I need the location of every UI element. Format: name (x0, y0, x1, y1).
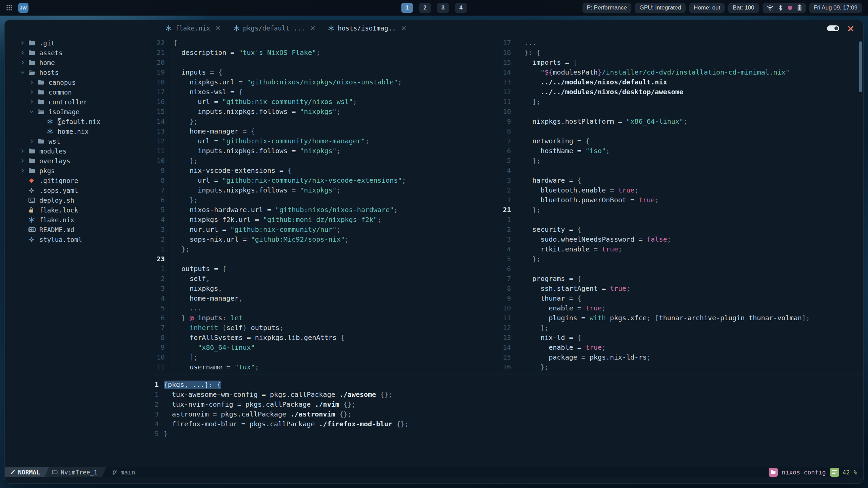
file-tree: .gitassetshomehostscanopuscommoncontroll… (5, 36, 154, 467)
tab-flake-nix[interactable]: flake.nix× (159, 20, 227, 36)
tab-close-icon[interactable]: × (310, 24, 316, 32)
chevron-right-icon[interactable] (29, 100, 38, 104)
code-text: {pkgs, ...}: { (159, 380, 221, 390)
tree-item-label: home.nix (58, 128, 89, 135)
line-number: 12 (503, 87, 511, 97)
lock-icon (28, 207, 37, 213)
line-number: 8 (157, 333, 165, 343)
tree-item-canopus[interactable]: canopus (5, 77, 154, 87)
code-line: 22{ (154, 38, 492, 48)
tab-label: pkgs/default ... (243, 24, 305, 32)
tree-item-label: overlays (39, 157, 71, 165)
tree-item-label: stylua.toml (39, 236, 82, 243)
chevron-right-icon[interactable] (29, 80, 38, 84)
code-line: 1 bluetooth.powerOnBoot = true; (492, 195, 863, 205)
folder-icon (28, 158, 37, 164)
chevron-right-icon[interactable] (20, 50, 28, 55)
workspace-button-3[interactable]: 3 (437, 3, 449, 13)
tree-item-overlays[interactable]: overlays (5, 156, 154, 166)
nix-icon (233, 25, 240, 32)
workspace-button-1[interactable]: 1 (401, 3, 413, 13)
editor-pane-pkgs-default-nix[interactable]: 1{pkgs, ...}: {1 tux-awesome-wm-config =… (154, 374, 863, 467)
code-line: 4 home-manager, (154, 293, 492, 303)
line-number: 18 (157, 77, 165, 87)
folder-icon (38, 138, 46, 144)
line-number: 6 (503, 264, 511, 274)
tree-item-controller[interactable]: controller (5, 97, 154, 107)
tree-item-git[interactable]: .git (5, 38, 154, 48)
tree-item-wsl[interactable]: wsl (5, 136, 154, 146)
code-text: ../../modules/nixos/desktop/awesome (518, 87, 684, 97)
tree-item-pkgs[interactable]: pkgs (5, 166, 154, 176)
battery-icon (797, 4, 802, 11)
code-line: 11 plugins = with pkgs.xfce; [thunar-arc… (492, 313, 863, 323)
code-line: 2 security = { (492, 225, 863, 235)
toggle-icon[interactable] (827, 25, 839, 31)
branch-label: main (120, 469, 135, 476)
topbar-left: JW (6, 3, 28, 13)
line-number: 11 (157, 146, 165, 156)
line-number: 10 (503, 303, 511, 313)
chevron-right-icon[interactable] (20, 41, 28, 45)
workspace-button-4[interactable]: 4 (455, 3, 467, 13)
code-line: 6 (492, 264, 863, 274)
scrollbar-thumb[interactable] (859, 41, 862, 92)
project-folder-icon (769, 468, 778, 477)
chevron-right-icon[interactable] (20, 159, 28, 163)
line-number: 15 (157, 107, 165, 117)
buffer-label: NvimTree_1 (61, 469, 97, 476)
app-menu-icon[interactable] (6, 5, 12, 11)
terminal-window: flake.nix×pkgs/default ...×hosts/isoImag… (4, 20, 864, 484)
tree-item-assets[interactable]: assets (5, 48, 154, 58)
tree-item-default-nix[interactable]: default.nix (5, 117, 154, 126)
tree-item-hosts[interactable]: hosts (5, 67, 154, 77)
editor-pane-iso-default-nix[interactable]: 17...16}: {15 imports = [14 "${modulesPa… (492, 38, 863, 374)
tree-item-home[interactable]: home (5, 58, 154, 67)
code-text: }; (169, 156, 198, 166)
code-line: 11 ]; (492, 97, 863, 107)
code-line: 4 nixpkgs-f2k.url = "github:moni-dz/nixp… (154, 215, 492, 225)
code-line: 8 url = "github:nix-community/nix-vscode… (154, 176, 492, 185)
tree-item-deploy-sh[interactable]: deploy.sh (5, 195, 154, 205)
line-number: 2 (157, 235, 165, 244)
tree-item-gitignore[interactable]: .gitignore (5, 176, 154, 185)
tree-item-home-nix[interactable]: home.nix (5, 126, 154, 136)
close-icon[interactable]: × (847, 24, 854, 33)
window-content: .gitassetshomehostscanopuscommoncontroll… (5, 36, 863, 467)
chevron-right-icon[interactable] (20, 168, 28, 173)
nix-icon (165, 25, 172, 32)
chevron-right-icon[interactable] (29, 139, 38, 143)
line-number: 10 (157, 352, 165, 362)
workspace-button-2[interactable]: 2 (419, 3, 431, 13)
line-number: 1 (157, 264, 165, 274)
tree-item-modules[interactable]: modules (5, 146, 154, 156)
chevron-down-icon[interactable] (20, 70, 28, 75)
code-text: ]; (518, 97, 540, 107)
tab-hosts-isoimag[interactable]: hosts/isoImag..× (322, 20, 413, 36)
chevron-right-icon[interactable] (20, 60, 28, 65)
statusline-right: nixos-config 42 % (769, 468, 863, 477)
tree-item-readme-md[interactable]: README.md (5, 225, 154, 235)
tree-item-stylua-toml[interactable]: stylua.toml (5, 235, 154, 244)
chevron-right-icon[interactable] (29, 90, 38, 94)
tree-item-common[interactable]: common (5, 87, 154, 97)
tree-item-sops-yaml[interactable]: .sops.yaml (5, 185, 154, 195)
code-text: sops-nix.url = "github:Mic92/sops-nix"; (169, 235, 349, 244)
tab-close-icon[interactable]: × (401, 24, 407, 32)
chevron-down-icon[interactable] (29, 109, 38, 114)
code-line: 1{pkgs, ...}: { (154, 380, 863, 390)
tree-item-flake-nix[interactable]: flake.nix (5, 215, 154, 225)
logo-text: JW (20, 5, 27, 11)
git-icon (28, 178, 37, 184)
tree-item-isoimage[interactable]: isoImage (5, 107, 154, 117)
tree-item-flake-lock[interactable]: flake.lock (5, 205, 154, 215)
code-line: 8 (492, 126, 863, 136)
logo-icon[interactable]: JW (18, 3, 28, 13)
code-line: 17... (492, 38, 863, 48)
code-line: 14 enable = true; (492, 343, 863, 352)
editor-pane-flake-nix[interactable]: 22{21 description = "tux's NixOS Flake";… (154, 38, 492, 374)
tab-pkgs-default[interactable]: pkgs/default ...× (227, 20, 322, 36)
chevron-right-icon[interactable] (20, 149, 28, 153)
line-number: 12 (157, 136, 165, 146)
tab-close-icon[interactable]: × (215, 24, 221, 32)
